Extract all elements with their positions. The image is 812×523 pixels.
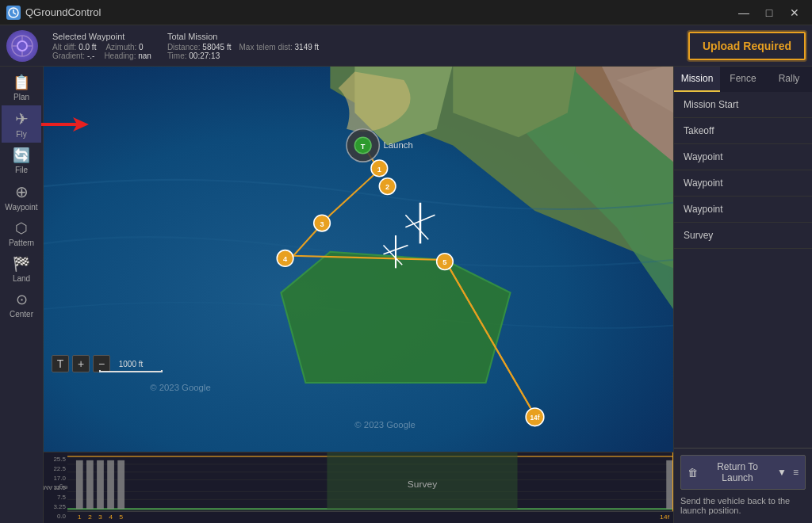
waypoint-icon: ⊕ [15,182,29,201]
svg-text:2: 2 [385,183,389,191]
tab-fence[interactable]: Fence [720,67,766,92]
right-panel: Mission Fence Rally Mission Start Takeof… [673,67,812,523]
panel-tabs: Mission Fence Rally [674,67,812,92]
zoom-in-button[interactable]: + [72,355,90,372]
svg-rect-42 [86,460,94,509]
svg-rect-41 [76,460,83,509]
red-arrow [41,116,89,136]
total-mission-label: Total Mission [167,32,319,41]
minimize-button[interactable]: — [733,4,755,21]
return-to-launch-button[interactable]: 🗑 Return To Launch ▼ ≡ [680,455,806,490]
sidebar: 📋 Plan ✈ Fly 🔄 File ⊕ Waypoint ⬡ Pattern… [0,67,44,523]
max-telem-group: Max telem dist: 3149 ft [239,43,320,52]
window-controls: — □ ✕ [733,4,806,21]
panel-items-list: Mission Start Takeoff Waypoint Waypoint … [674,92,812,448]
svg-text:3: 3 [320,220,324,228]
app-title: QGroundControl [25,6,101,18]
rtl-section: 🗑 Return To Launch ▼ ≡ Send the vehicle … [674,448,812,523]
panel-item-takeoff[interactable]: Takeoff [674,118,812,144]
sidebar-plan-label: Plan [13,93,29,101]
rtl-description: Send the vehicle back to the launch posi… [680,494,806,517]
land-icon: 🏁 [13,255,30,273]
pattern-icon: ⬡ [15,220,28,237]
fly-icon: ✈ [15,109,29,128]
tab-mission[interactable]: Mission [674,67,720,92]
header-bar: Selected Waypoint Alt diff: 0.0 ft Azimu… [0,25,812,67]
title-bar: QGroundControl — □ ✕ [0,0,812,25]
svg-rect-45 [117,460,124,509]
svg-text:3: 3 [98,513,102,520]
panel-item-waypoint-2[interactable]: Waypoint [674,170,812,197]
svg-text:T: T [361,143,366,151]
svg-text:2: 2 [88,513,92,520]
alt-diff-group: Alt diff: 0.0 ft [52,43,96,52]
sidebar-item-file[interactable]: 🔄 File [2,143,41,178]
scale-bar: 1000 ft [99,360,163,372]
gradient-group: Gradient: -.- [52,52,94,60]
panel-item-waypoint-3[interactable]: Waypoint [674,197,812,223]
main-area: 📋 Plan ✈ Fly 🔄 File ⊕ Waypoint ⬡ Pattern… [0,67,812,523]
chart-content-area: 1 2 3 4 5 14f Survey 0.0 14511.2 [67,452,673,523]
svg-text:4: 4 [109,513,113,520]
map-canvas: T Launch 1 2 3 4 5 [44,67,673,452]
file-icon: 🔄 [13,147,30,164]
svg-text:Launch: Launch [383,140,412,150]
svg-rect-44 [107,460,114,509]
rtl-btn-label: Return To Launch [701,461,774,483]
chart-y-axis-label: Height AMSL (ft) [46,483,53,494]
svg-text:5: 5 [442,258,446,266]
svg-text:4: 4 [283,255,288,263]
svg-text:14f: 14f [660,513,670,520]
sidebar-pattern-label: Pattern [9,239,34,247]
map-container: T Launch 1 2 3 4 5 [44,67,673,523]
plan-icon: 📋 [13,74,30,91]
sidebar-item-land[interactable]: 🏁 Land [2,251,41,287]
app-logo [6,30,38,62]
sidebar-item-center[interactable]: ⊙ Center [2,287,41,323]
center-icon: ⊙ [16,291,28,308]
sidebar-center-label: Center [10,310,33,319]
total-distance-group: Distance: 58045 ft [167,43,232,52]
title-left: QGroundControl [6,6,101,20]
sidebar-item-waypoint[interactable]: ⊕ Waypoint [2,178,41,216]
scale-line-bar [99,370,163,372]
elevation-chart: Height AMSL (ft) 25.5 22.5 17.0 12.5 7.5… [44,452,673,523]
tab-rally[interactable]: Rally [766,67,812,92]
sidebar-land-label: Land [13,274,30,283]
svg-text:1: 1 [78,513,82,520]
total-time-group: Time: 00:27:13 [167,52,220,60]
azimuth-group: Azimuth: 0 [105,43,143,52]
svg-text:5: 5 [119,513,123,520]
chart-svg: 1 2 3 4 5 14f Survey [67,452,673,523]
svg-rect-54 [666,460,673,509]
sidebar-waypoint-label: Waypoint [5,203,37,212]
svg-text:1: 1 [377,166,381,174]
app-icon [6,6,21,20]
upload-required-button[interactable]: Upload Required [688,32,806,60]
svg-text:Survey: Survey [408,480,438,489]
sidebar-item-fly[interactable]: ✈ Fly [2,105,41,143]
sidebar-item-pattern[interactable]: ⬡ Pattern [2,216,41,251]
sidebar-file-label: File [15,166,28,174]
maximize-button[interactable]: □ [758,4,780,21]
svg-text:14f: 14f [530,414,540,422]
sidebar-fly-label: Fly [16,130,26,139]
close-button[interactable]: ✕ [783,4,806,21]
panel-item-waypoint-1[interactable]: Waypoint [674,144,812,170]
map-area[interactable]: T Launch 1 2 3 4 5 [44,67,673,452]
svg-rect-43 [97,460,104,509]
svg-marker-3 [41,117,89,132]
panel-item-survey[interactable]: Survey [674,223,812,249]
terrain-button[interactable]: T [52,355,69,372]
scale-label: 1000 ft [119,360,144,368]
selected-waypoint-label: Selected Waypoint [52,32,151,41]
sidebar-item-plan[interactable]: 📋 Plan [2,70,41,105]
panel-item-mission-start[interactable]: Mission Start [674,92,812,118]
heading-group: Heading: nan [104,52,151,60]
trash-icon: 🗑 [688,467,698,479]
svg-text:© 2023 Google: © 2023 Google [150,383,210,392]
svg-text:© 2023 Google: © 2023 Google [354,420,415,429]
